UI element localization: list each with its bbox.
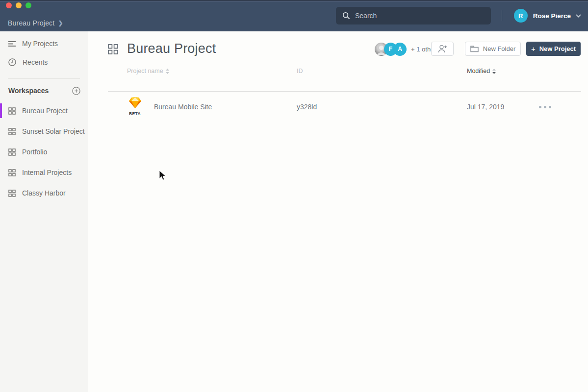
sidebar-item-internal-projects[interactable]: Internal Projects — [0, 162, 88, 183]
sidebar-item-my-projects[interactable]: My Projects — [0, 31, 88, 52]
sidebar-item-bureau-project[interactable]: Bureau Project — [0, 100, 88, 121]
user-menu[interactable]: R Rose Pierce — [502, 0, 581, 31]
folder-icon — [470, 46, 479, 52]
column-header-project-name[interactable]: Project name — [127, 68, 169, 74]
column-label: ID — [297, 68, 303, 74]
user-name: Rose Pierce — [533, 12, 571, 20]
clock-icon — [8, 58, 16, 66]
sidebar-item-label: Classy Harbor — [22, 189, 66, 197]
main-content: Bureau Project F A + 1 other New Folder — [88, 31, 588, 392]
add-workspace-button[interactable] — [72, 87, 80, 95]
sidebar-item-recents[interactable]: Recents — [0, 52, 88, 73]
sidebar-item-label: Recents — [23, 58, 48, 66]
sidebar-item-label: Sunset Solar Project — [22, 127, 85, 135]
page-title: Bureau Project — [127, 41, 216, 56]
new-project-button[interactable]: + New Project — [526, 42, 581, 56]
app-titlebar: Bureau Project ❯ R Rose Pierce — [0, 0, 588, 31]
search-input[interactable] — [355, 12, 491, 20]
breadcrumb-chevron-icon: ❯ — [58, 20, 63, 26]
row-options-button[interactable] — [537, 104, 553, 110]
workspaces-header: Workspaces — [0, 81, 88, 100]
sort-icon — [166, 69, 169, 74]
sidebar-item-label: Portfolio — [22, 148, 47, 156]
breadcrumb-label: Bureau Project — [8, 19, 54, 27]
workspace-grid-icon — [8, 148, 16, 156]
search-icon — [342, 12, 350, 20]
new-project-label: New Project — [539, 45, 576, 52]
member-avatar: A — [393, 43, 407, 56]
beta-badge: BETA — [128, 111, 141, 116]
new-folder-button[interactable]: New Folder — [465, 42, 521, 56]
add-member-button[interactable] — [431, 42, 454, 56]
sketch-file-icon: BETA — [128, 97, 141, 116]
list-icon — [8, 41, 16, 47]
workspace-grid-icon — [8, 190, 16, 197]
new-folder-label: New Folder — [483, 45, 515, 52]
breadcrumb[interactable]: Bureau Project ❯ — [8, 19, 63, 27]
search-bar[interactable] — [336, 7, 491, 24]
sidebar-item-sunset-solar-project[interactable]: Sunset Solar Project — [0, 121, 88, 142]
sidebar-divider — [8, 78, 80, 79]
project-modified-cell: Jul 17, 2019 — [467, 92, 504, 122]
workspace-grid-icon — [8, 107, 16, 115]
window-close-button[interactable] — [6, 2, 12, 8]
topbar-divider — [502, 10, 502, 21]
project-name-cell[interactable]: Bureau Mobile Site — [154, 92, 212, 122]
workspace-grid-icon — [8, 169, 16, 176]
sort-icon — [492, 69, 496, 74]
window-minimize-button[interactable] — [16, 2, 22, 8]
sidebar-item-label: My Projects — [22, 40, 58, 48]
project-id-cell: y328ld — [297, 92, 317, 122]
member-avatars[interactable]: F A + 1 other — [375, 42, 436, 56]
sidebar-item-portfolio[interactable]: Portfolio — [0, 142, 88, 162]
column-header-id[interactable]: ID — [297, 68, 303, 74]
user-avatar: R — [514, 9, 528, 23]
sidebar-item-label: Internal Projects — [22, 169, 72, 176]
workspaces-title: Workspaces — [8, 87, 49, 95]
column-label: Modified — [467, 68, 490, 74]
table-row[interactable]: BETA Bureau Mobile Site y328ld Jul 17, 2… — [88, 92, 588, 122]
workspace-grid-icon — [8, 128, 16, 135]
project-grid-icon — [108, 44, 118, 56]
sidebar-item-classy-harbor[interactable]: Classy Harbor — [0, 183, 88, 203]
chevron-down-icon — [576, 14, 581, 18]
sidebar: My Projects Recents Workspaces Bureau Pr… — [0, 31, 88, 392]
column-header-modified[interactable]: Modified — [467, 68, 496, 74]
window-zoom-button[interactable] — [26, 2, 31, 8]
sidebar-item-label: Bureau Project — [22, 107, 68, 115]
plus-icon: + — [531, 45, 536, 53]
column-label: Project name — [127, 68, 163, 74]
